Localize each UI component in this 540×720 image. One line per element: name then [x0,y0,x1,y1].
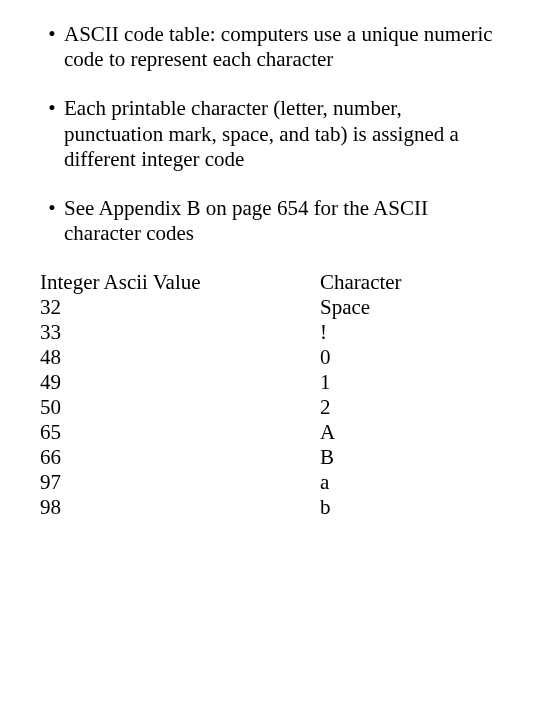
table-cell-char: ! [320,320,500,345]
table-cell-code: 65 [40,420,320,445]
table-cell-code: 33 [40,320,320,345]
bullet-text-3: See Appendix B on page 654 for the ASCII… [64,196,500,246]
table-cell-code: 32 [40,295,320,320]
table-cell-code: 66 [40,445,320,470]
table-cell-code: 98 [40,495,320,520]
bullet-icon: • [40,196,64,246]
bullet-item-2: • Each printable character (letter, numb… [40,96,500,172]
ascii-table: Integer Ascii Value 32 33 48 49 50 65 66… [40,270,500,520]
bullet-text-1: ASCII code table: computers use a unique… [64,22,500,72]
bullet-item-1: • ASCII code table: computers use a uniq… [40,22,500,72]
table-cell-char: B [320,445,500,470]
table-header-right: Character [320,270,500,295]
table-header-left: Integer Ascii Value [40,270,320,295]
bullet-text-2: Each printable character (letter, number… [64,96,500,172]
bullet-icon: • [40,22,64,72]
table-cell-char: b [320,495,500,520]
table-cell-char: A [320,420,500,445]
bullet-icon: • [40,96,64,172]
table-cell-code: 49 [40,370,320,395]
table-cell-char: a [320,470,500,495]
table-cell-code: 97 [40,470,320,495]
bullet-item-3: • See Appendix B on page 654 for the ASC… [40,196,500,246]
table-cell-char: 1 [320,370,500,395]
table-cell-char: 0 [320,345,500,370]
table-cell-code: 50 [40,395,320,420]
table-cell-char: Space [320,295,500,320]
table-cell-code: 48 [40,345,320,370]
table-cell-char: 2 [320,395,500,420]
